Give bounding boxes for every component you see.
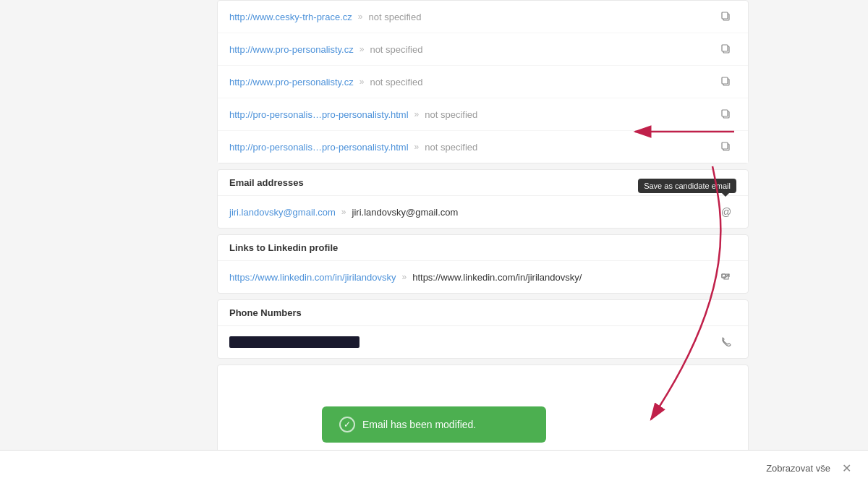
email-row-1: jiri.landovsky@gmail.com » jiri.landovsk… bbox=[218, 196, 748, 228]
url-value-5: not specified bbox=[425, 142, 477, 153]
linkedin-section-header: Links to Linkedin profile bbox=[218, 235, 748, 261]
url-link-2[interactable]: http://www.pro-personalisty.cz bbox=[229, 44, 354, 55]
svg-rect-5 bbox=[722, 77, 728, 84]
linkedin-link-1[interactable]: https://www.linkedin.com/in/jirilandovsk… bbox=[229, 272, 396, 283]
svg-rect-3 bbox=[722, 45, 728, 51]
chevron-icon-1: » bbox=[358, 12, 363, 22]
chevron-icon-4: » bbox=[414, 109, 420, 119]
chevron-icon-2: » bbox=[359, 44, 365, 54]
bottom-bar: Zobrazovat vše ✕ bbox=[0, 450, 868, 486]
copy-button-3[interactable] bbox=[716, 72, 736, 92]
email-section-title: Email addresses bbox=[229, 177, 304, 188]
phone-section: Phone Numbers bbox=[217, 299, 749, 359]
linkedin-row-1: https://www.linkedin.com/in/jirilandovsk… bbox=[218, 261, 748, 293]
url-link-1[interactable]: http://www.cesky-trh-prace.cz bbox=[229, 12, 352, 22]
show-all-button[interactable]: Zobrazovat vše bbox=[766, 463, 830, 474]
chevron-email-icon: » bbox=[341, 207, 346, 217]
email-section: Email addresses jiri.landovsky@gmail.com… bbox=[217, 169, 749, 229]
url-row-3: http://www.pro-personalisty.cz » not spe… bbox=[218, 66, 748, 98]
url-row-1: http://www.cesky-trh-prace.cz » not spec… bbox=[218, 1, 748, 33]
email-value-1: jiri.landovsky@gmail.com bbox=[352, 207, 459, 218]
url-link-3[interactable]: http://www.pro-personalisty.cz bbox=[229, 77, 354, 88]
phone-section-title: Phone Numbers bbox=[229, 307, 302, 318]
copy-button-5[interactable] bbox=[716, 137, 736, 157]
svg-rect-9 bbox=[722, 142, 728, 149]
svg-rect-1 bbox=[722, 12, 728, 19]
url-section: http://www.cesky-trh-prace.cz » not spec… bbox=[217, 0, 749, 163]
url-row-5: http://pro-personalis…pro-personalisty.h… bbox=[218, 131, 748, 163]
close-bottom-bar-button[interactable]: ✕ bbox=[836, 459, 856, 479]
copy-button-2[interactable] bbox=[716, 39, 736, 59]
linkedin-value-1: https://www.linkedin.com/in/jirilandovsk… bbox=[412, 272, 582, 283]
url-value-3: not specified bbox=[370, 77, 422, 88]
svg-rect-7 bbox=[722, 110, 728, 116]
chevron-icon-3: » bbox=[359, 77, 365, 87]
url-value-1: not specified bbox=[368, 12, 421, 22]
at-icon: @ bbox=[721, 206, 731, 218]
email-action-wrapper: Save as candidate email @ bbox=[716, 202, 736, 222]
linkedin-section-title: Links to Linkedin profile bbox=[229, 242, 338, 253]
notification-message: Email has been modified. bbox=[362, 419, 476, 430]
phone-copy-button[interactable] bbox=[716, 332, 736, 352]
linkedin-copy-button[interactable] bbox=[716, 267, 736, 287]
url-value-4: not specified bbox=[425, 109, 477, 120]
copy-button-1[interactable] bbox=[716, 7, 736, 27]
url-link-4[interactable]: http://pro-personalis…pro-personalisty.h… bbox=[229, 109, 409, 120]
url-row-4: http://pro-personalis…pro-personalisty.h… bbox=[218, 98, 748, 131]
check-icon: ✓ bbox=[344, 419, 351, 430]
save-candidate-email-button[interactable]: @ bbox=[716, 202, 736, 222]
close-icon: ✕ bbox=[842, 461, 851, 475]
linkedin-section: Links to Linkedin profile https://www.li… bbox=[217, 234, 749, 294]
phone-row-1 bbox=[218, 326, 748, 358]
phone-section-header: Phone Numbers bbox=[218, 300, 748, 326]
url-row-2: http://www.pro-personalisty.cz » not spe… bbox=[218, 33, 748, 66]
notification-check-icon: ✓ bbox=[339, 417, 355, 432]
copy-button-4[interactable] bbox=[716, 104, 736, 124]
email-link-1[interactable]: jiri.landovsky@gmail.com bbox=[229, 207, 336, 218]
url-link-5[interactable]: http://pro-personalis…pro-personalisty.h… bbox=[229, 142, 409, 153]
phone-value-redacted bbox=[229, 336, 359, 348]
save-candidate-email-tooltip: Save as candidate email bbox=[638, 179, 736, 193]
chevron-icon-5: » bbox=[414, 142, 420, 152]
chevron-linkedin-icon: » bbox=[401, 272, 407, 282]
notification-bar: ✓ Email has been modified. bbox=[322, 406, 546, 443]
url-value-2: not specified bbox=[370, 44, 422, 55]
